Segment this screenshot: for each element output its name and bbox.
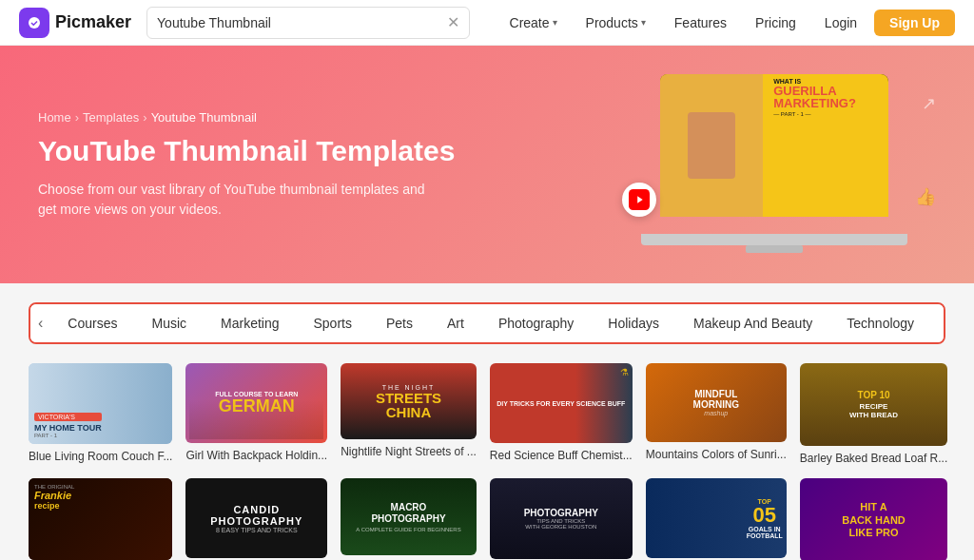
breadcrumb-current: Youtube Thumbnail: [151, 110, 257, 125]
thumbnail-card-6[interactable]: TOP 10 recipeWITH BREAD Barley Baked Bre…: [800, 363, 947, 465]
filter-sports[interactable]: Sports: [297, 304, 369, 342]
thumbnail-card-7[interactable]: THE ORIGINAL Frankie recipe Frankie Reci…: [29, 478, 172, 560]
laptop-mockup: WHAT IS GUERILLA MARKETING? — PART - 1 —: [632, 74, 917, 255]
filter-technology[interactable]: Technology: [829, 304, 931, 342]
breadcrumb-home[interactable]: Home: [38, 110, 71, 125]
signup-button[interactable]: Sign Up: [874, 10, 955, 36]
filter-courses[interactable]: Courses: [50, 304, 134, 342]
thumbnail-label-6: Barley Baked Bread Loaf R...: [800, 452, 947, 465]
thumbnail-card-3[interactable]: THE NIGHT STREETS CHINA Nightlife Night …: [341, 363, 477, 465]
thumbnail-card-10[interactable]: PHOTOGRAPHY TIPS AND TRICKSWITH GEORGE H…: [490, 478, 633, 560]
svg-point-0: [29, 17, 40, 29]
like-icon: 👍: [915, 186, 936, 207]
thumbnail-grid-container: VICTORIA'S MY HOME TOUR PART - 1 Blue Li…: [29, 363, 945, 560]
thumbnail-label-1: Blue Living Room Couch F...: [29, 450, 172, 463]
hero-title: YouTube Thumbnail Templates: [38, 134, 613, 168]
filter-section: ‹ Courses Music Marketing Sports Pets Ar…: [0, 283, 974, 354]
filter-makeup[interactable]: Makeup And Beauty: [676, 304, 829, 342]
nav-create[interactable]: Create ▾: [498, 10, 569, 36]
nav-pricing[interactable]: Pricing: [744, 10, 808, 36]
logo[interactable]: Picmaker: [19, 8, 131, 38]
thumbnail-label-5: Mountains Colors of Sunri...: [646, 448, 787, 461]
search-clear-button[interactable]: ✕: [447, 13, 459, 31]
navbar: Picmaker ✕ Create ▾ Products ▾ Features …: [0, 0, 974, 46]
breadcrumb-templates[interactable]: Templates: [83, 110, 139, 125]
nav-features[interactable]: Features: [663, 10, 738, 36]
filter-holidays[interactable]: Holidays: [591, 304, 676, 342]
filter-photography[interactable]: Photography: [481, 304, 591, 342]
search-input[interactable]: [157, 15, 447, 30]
thumbnail-card-12[interactable]: HIT ABACK HANDLIKE PRO Hit A Back Hand L…: [800, 478, 947, 560]
filter-informative[interactable]: Informative: [931, 304, 945, 342]
thumbnail-card-9[interactable]: MACROPHOTOGRAPHY A COMPLETE GUIDE FOR BE…: [341, 478, 477, 560]
thumbnail-card-4[interactable]: DIY TRICKS FOR EVERY SCIENCE BUFF ⚗ Red …: [490, 363, 633, 465]
hero-content: Home › Templates › Youtube Thumbnail You…: [38, 110, 613, 220]
breadcrumb: Home › Templates › Youtube Thumbnail: [38, 110, 613, 125]
hero-description: Choose from our vast library of YouTube …: [38, 180, 438, 220]
filter-music[interactable]: Music: [134, 304, 204, 342]
thumbnail-card-11[interactable]: TOP 05 GOALS INFOOTBALL Top 05 Goals In …: [646, 478, 787, 560]
thumbnails-grid: VICTORIA'S MY HOME TOUR PART - 1 Blue Li…: [0, 354, 974, 560]
thumbnail-label-2: Girl With Backpack Holdin...: [185, 449, 327, 462]
logo-text: Picmaker: [55, 12, 131, 32]
share-icon: ↗: [922, 93, 936, 114]
thumbnail-label-3: Nightlife Night Streets of ...: [341, 445, 477, 458]
thumbnail-label-4: Red Science Buff Chemist...: [490, 449, 633, 462]
logo-icon: [19, 8, 49, 38]
filter-marketing[interactable]: Marketing: [204, 304, 296, 342]
youtube-badge: [622, 183, 656, 217]
products-chevron-icon: ▾: [641, 17, 646, 28]
nav-products[interactable]: Products ▾: [575, 10, 657, 36]
thumbnail-card-5[interactable]: MIndfUl MORNING Mashup Mountains Colors …: [646, 363, 787, 465]
filter-bar: ‹ Courses Music Marketing Sports Pets Ar…: [29, 302, 945, 344]
hero-image: ▷ WHAT IS GUERILLA MARKETING? — PART - 1…: [613, 74, 936, 255]
filter-prev-button[interactable]: ‹: [30, 305, 50, 341]
thumbnail-card-2[interactable]: FULL COURSE TO LEARN GERMAN Girl With Ba…: [185, 363, 327, 465]
login-button[interactable]: Login: [813, 10, 868, 36]
thumbnail-card-1[interactable]: VICTORIA'S MY HOME TOUR PART - 1 Blue Li…: [29, 363, 172, 465]
search-bar: ✕: [146, 7, 470, 39]
hero-section: Home › Templates › Youtube Thumbnail You…: [0, 46, 974, 283]
create-chevron-icon: ▾: [553, 17, 557, 28]
filter-pets[interactable]: Pets: [369, 304, 430, 342]
thumbnail-card-8[interactable]: CANDID PHOTOGRAPHY 8 EASY TIPS AND TRICK…: [185, 478, 327, 560]
nav-links: Create ▾ Products ▾ Features Pricing Log…: [498, 10, 955, 36]
filter-art[interactable]: Art: [430, 304, 481, 342]
